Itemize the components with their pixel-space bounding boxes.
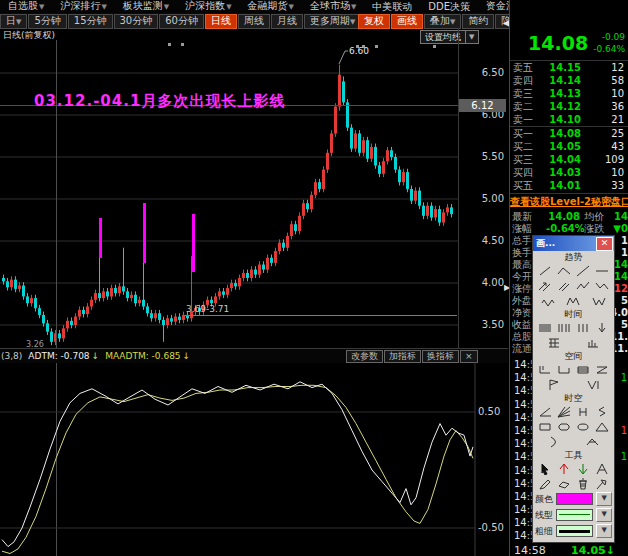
drawing-window-titlebar[interactable]: 画... ✕	[533, 236, 614, 251]
prop-swatch-颜色[interactable]	[556, 493, 593, 505]
time-bars-dense-icon[interactable]	[537, 321, 553, 334]
trend-ray-icon[interactable]	[575, 264, 591, 277]
sell-row[interactable]: 卖二14.1236	[510, 100, 628, 113]
trend-horizontal-line-icon[interactable]	[594, 264, 610, 277]
action-button-复权[interactable]: 复权	[358, 14, 390, 29]
trend-zigzag-down-icon[interactable]	[594, 279, 610, 292]
detail-value-partial: 14	[614, 271, 628, 283]
queue-volume: 33	[581, 179, 628, 192]
menu-item-1[interactable]: 自选股▼	[0, 0, 52, 13]
spacetime-h-bars-icon[interactable]	[575, 405, 591, 418]
level2-link[interactable]: 查看该股Level-2秘密盘口动向	[510, 193, 628, 209]
action-button-叠加[interactable]: 叠加▼	[424, 14, 461, 29]
period-button-日[interactable]: 日▼	[0, 14, 27, 29]
price-change-percent: -0.64%	[593, 44, 625, 54]
space-step-left-icon[interactable]	[537, 363, 553, 376]
space-flag-icon[interactable]	[546, 378, 562, 391]
menu-item-7[interactable]: 中美联动	[364, 0, 420, 13]
menu-item-2[interactable]: 沪深排行▼	[52, 0, 114, 13]
adtm-indicator-chart[interactable]	[0, 362, 508, 556]
detail-row-涨幅: 涨幅-0.64%涨跌▼0	[510, 223, 628, 235]
trend-parallel-lines-icon[interactable]	[556, 279, 572, 292]
period-button-周线[interactable]: 周线	[238, 14, 270, 29]
tool-text-icon[interactable]	[594, 462, 610, 475]
chevron-down-icon[interactable]: ▼	[596, 508, 612, 522]
trend-w-shape-icon[interactable]	[591, 294, 607, 307]
time-grid-icon[interactable]	[546, 336, 562, 349]
sell-row[interactable]: 卖五14.1512	[510, 61, 628, 74]
time-bars-three-icon[interactable]	[575, 321, 591, 334]
tool-arrow-up-icon[interactable]	[556, 462, 572, 475]
space-z-lines-icon[interactable]	[594, 363, 610, 376]
spacetime-gann-fan-icon[interactable]	[556, 405, 572, 418]
spacetime-fib-zigzag-icon[interactable]	[585, 435, 601, 448]
period-button-日线[interactable]: 日线	[205, 14, 237, 29]
buy-row[interactable]: 买四14.0310	[510, 166, 628, 179]
drawn-annotation-text[interactable]: 03.12.-04.1月多次出现长上影线	[34, 92, 285, 111]
close-icon[interactable]: ✕	[596, 237, 613, 251]
space-hatch-box-icon[interactable]	[575, 363, 591, 376]
action-button-画线[interactable]: 画线	[391, 14, 423, 29]
tick-row-last[interactable]: 14:5814.05↓	[510, 543, 628, 556]
menu-item-5[interactable]: 金融期货▼	[240, 0, 302, 13]
button-label: 60分钟	[165, 15, 198, 26]
tool-pencil-icon[interactable]	[537, 477, 553, 490]
chevron-down-icon[interactable]: ▼	[596, 524, 612, 538]
trend-zigzag-up-icon[interactable]	[575, 279, 591, 292]
menu-item-3[interactable]: 板块监测▼	[115, 0, 177, 13]
spacetime-triangle-icon[interactable]	[594, 420, 610, 433]
period-button-月线[interactable]: 月线	[271, 14, 303, 29]
menu-item-4[interactable]: 沪深指数▼	[177, 0, 239, 13]
palette-icon-row	[533, 419, 614, 434]
spacetime-rounded-rect-icon[interactable]	[556, 420, 572, 433]
space-v-lines-icon[interactable]	[585, 378, 601, 391]
period-button-30分钟[interactable]: 30分钟	[114, 14, 159, 29]
queue-price: 14.03	[539, 166, 581, 179]
prop-swatch-线型[interactable]	[556, 509, 593, 521]
buy-row[interactable]: 买一14.0825	[510, 127, 628, 140]
menu-item-6[interactable]: 全球市场▼	[302, 0, 364, 13]
spacetime-arc-icon[interactable]	[546, 435, 562, 448]
sell-row[interactable]: 卖四14.1458	[510, 74, 628, 87]
queue-label: 卖三	[510, 87, 539, 100]
tool-arrow-down-icon[interactable]	[575, 462, 591, 475]
palette-prop-线型: 线型▼	[533, 507, 614, 523]
action-button-简约[interactable]: 简约	[462, 14, 494, 29]
peak-price-label: 6.60	[349, 46, 369, 56]
spacetime-vertical-zigzag-icon[interactable]	[594, 405, 610, 418]
buy-row[interactable]: 买三14.04109	[510, 153, 628, 166]
tool-axe-icon[interactable]	[594, 477, 610, 490]
trend-parallel-arrows-icon[interactable]	[537, 279, 553, 292]
menu-item-8[interactable]: DDE决策	[420, 0, 478, 13]
period-button-5分钟[interactable]: 5分钟	[28, 14, 66, 29]
time-histogram-icon[interactable]	[585, 336, 601, 349]
tool-trash-icon[interactable]	[575, 477, 591, 490]
buy-row[interactable]: 买五14.0133	[510, 179, 628, 192]
sell-row[interactable]: 卖一14.1021	[510, 113, 628, 126]
trend-m-shape-icon[interactable]	[565, 294, 581, 307]
tool-eraser-icon[interactable]	[556, 477, 572, 490]
candlestick-chart[interactable]	[0, 28, 458, 348]
button-label: 日线	[211, 15, 231, 26]
prop-swatch-粗细[interactable]	[556, 525, 593, 537]
period-button-60分钟[interactable]: 60分钟	[159, 14, 204, 29]
chevron-down-icon[interactable]: ▼	[596, 492, 612, 506]
trend-segment-icon[interactable]	[537, 264, 553, 277]
spacetime-ellipse-icon[interactable]	[575, 420, 591, 433]
buy-row[interactable]: 买二14.0543	[510, 140, 628, 153]
button-label: 日	[6, 15, 16, 26]
time-arrow-down-icon[interactable]	[594, 321, 610, 334]
trend-wave-icon[interactable]	[540, 294, 556, 307]
space-step-right-icon[interactable]	[556, 363, 572, 376]
menu-item-label: 全球市场	[310, 0, 350, 11]
period-button-更多周期[interactable]: 更多周期▼	[304, 14, 361, 29]
time-bars-sparse-icon[interactable]	[556, 321, 572, 334]
period-button-15分钟[interactable]: 15分钟	[68, 14, 113, 29]
spacetime-angle-icon[interactable]	[537, 405, 553, 418]
palette-section-工具: 工具	[533, 449, 614, 461]
spacetime-rectangle-icon[interactable]	[537, 420, 553, 433]
trend-two-segment-icon[interactable]	[556, 264, 572, 277]
sell-row[interactable]: 卖三14.1310	[510, 87, 628, 100]
palette-icon-row	[533, 320, 614, 335]
tool-cursor-icon[interactable]	[537, 462, 553, 475]
